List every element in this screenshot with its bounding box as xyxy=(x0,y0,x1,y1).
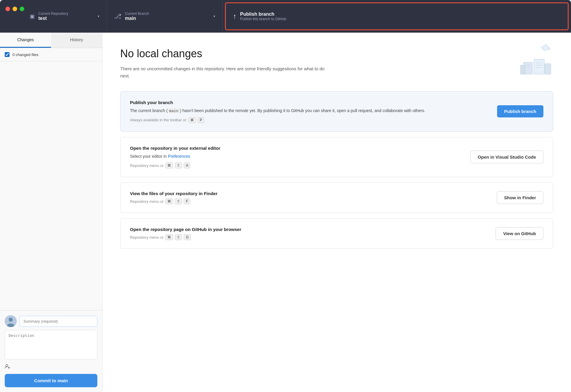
editor-card-shortcut: Repository menu or ⌘ ⇧ A xyxy=(130,162,463,168)
changed-files-bar: 0 changed files xyxy=(0,48,102,61)
publish-card-title: Publish your branch xyxy=(130,100,490,105)
publish-card-text: Publish your branch The current branch (… xyxy=(130,100,490,123)
branch-text: Current Branch main xyxy=(125,12,210,21)
editor-card-title: Open the repository in your external edi… xyxy=(130,146,463,151)
finder-shortcut-f: F xyxy=(184,198,190,204)
github-shortcut-shift: ⇧ xyxy=(175,234,182,240)
avatar-image xyxy=(5,315,17,327)
coauthor-row[interactable] xyxy=(5,364,97,370)
finder-card-text: View the files of your repository in Fin… xyxy=(130,191,490,204)
publish-icon: ↑ xyxy=(233,12,237,20)
github-shortcut-g: G xyxy=(184,234,191,240)
repo-name: test xyxy=(38,16,94,21)
avatar xyxy=(5,315,17,327)
tab-history[interactable]: History xyxy=(51,33,102,48)
coauthor-icon xyxy=(5,364,10,370)
content-area: No local changes There are no uncommitte… xyxy=(102,33,571,392)
suggestion-card-publish: Publish your branch The current branch (… xyxy=(120,91,553,132)
publish-card-desc: The current branch (main) hasn't been pu… xyxy=(130,107,490,114)
open-vscode-button[interactable]: Open in Visual Studio Code xyxy=(470,151,543,163)
publish-subtitle: Publish this branch to GitHub xyxy=(240,17,561,21)
preferences-link[interactable]: Preferences xyxy=(168,154,190,159)
editor-shortcut-cmd: ⌘ xyxy=(165,162,173,168)
github-card-title: Open the repository page on GitHub in yo… xyxy=(130,227,488,232)
branch-chevron-icon: ▾ xyxy=(213,14,215,18)
svg-point-3 xyxy=(6,365,8,367)
publish-branch-button[interactable]: Publish branch xyxy=(497,105,543,117)
commit-area: Commit to main xyxy=(0,310,102,392)
svg-rect-6 xyxy=(534,59,544,74)
changed-files-list xyxy=(0,61,102,310)
repo-text: Current Repository test xyxy=(38,12,94,21)
shortcut-cmd: ⌘ xyxy=(188,117,196,123)
publish-card-shortcut: Always available in the toolbar or ⌘ P xyxy=(130,117,490,123)
branch-name: main xyxy=(125,16,210,21)
suggestion-card-finder: View the files of your repository in Fin… xyxy=(120,182,553,213)
svg-rect-7 xyxy=(521,65,525,74)
sidebar-tabs: Changes History xyxy=(0,33,102,48)
close-button[interactable] xyxy=(5,7,10,11)
current-repo-section[interactable]: ▣ Current Repository test ▾ xyxy=(0,0,107,33)
publish-title: Publish branch xyxy=(240,12,561,17)
commit-button[interactable]: Commit to main xyxy=(5,374,97,387)
no-changes-title: No local changes xyxy=(120,47,553,60)
svg-rect-8 xyxy=(545,64,551,74)
suggestion-card-github: Open the repository page on GitHub in yo… xyxy=(120,218,553,249)
editor-card-text: Open the repository in your external edi… xyxy=(130,146,463,168)
repo-label: Current Repository xyxy=(38,12,94,16)
svg-point-1 xyxy=(9,318,13,322)
repo-chevron-icon: ▾ xyxy=(98,14,99,18)
current-branch-section[interactable]: ⎇ Current Branch main ▾ xyxy=(107,0,223,33)
finder-shortcut-cmd: ⌘ xyxy=(165,198,173,204)
branch-icon: ⎇ xyxy=(114,12,121,20)
no-changes-subtitle: There are no uncommitted changes in this… xyxy=(120,65,328,79)
finder-shortcut-shift: ⇧ xyxy=(175,198,182,204)
avatar-summary-row xyxy=(5,315,97,327)
changed-files-count: 0 changed files xyxy=(12,52,38,57)
select-all-files-checkbox[interactable] xyxy=(5,52,9,57)
sidebar: Changes History 0 changed files xyxy=(0,33,102,392)
branch-label: Current Branch xyxy=(125,12,210,16)
publish-branch-toolbar-section[interactable]: ↑ Publish branch Publish this branch to … xyxy=(225,2,569,30)
main-area: Changes History 0 changed files xyxy=(0,33,571,392)
no-changes-illustration xyxy=(518,42,553,81)
tab-changes[interactable]: Changes xyxy=(0,33,51,48)
publish-text: Publish branch Publish this branch to Gi… xyxy=(240,12,561,21)
github-shortcut-cmd: ⌘ xyxy=(165,234,173,240)
editor-shortcut-shift: ⇧ xyxy=(175,162,182,168)
suggestion-card-editor: Open the repository in your external edi… xyxy=(120,137,553,177)
description-input[interactable] xyxy=(5,330,97,360)
editor-card-desc: Select your editor in Preferences xyxy=(130,153,463,160)
finder-card-shortcut: Repository menu or ⌘ ⇧ F xyxy=(130,198,490,204)
summary-input[interactable] xyxy=(20,316,97,327)
github-card-text: Open the repository page on GitHub in yo… xyxy=(130,227,488,240)
shortcut-p: P xyxy=(198,117,204,123)
traffic-lights xyxy=(5,7,24,11)
finder-card-title: View the files of your repository in Fin… xyxy=(130,191,490,196)
github-card-shortcut: Repository menu or ⌘ ⇧ G xyxy=(130,234,488,240)
editor-shortcut-a: A xyxy=(184,162,190,168)
commit-branch-name: main xyxy=(58,378,68,383)
toolbar: ▣ Current Repository test ▾ ⎇ Current Br… xyxy=(0,0,571,33)
minimize-button[interactable] xyxy=(12,7,17,11)
maximize-button[interactable] xyxy=(20,7,24,11)
view-on-github-button[interactable]: View on GitHub xyxy=(496,227,543,240)
repo-icon: ▣ xyxy=(30,13,35,20)
show-in-finder-button[interactable]: Show in Finder xyxy=(497,191,544,204)
